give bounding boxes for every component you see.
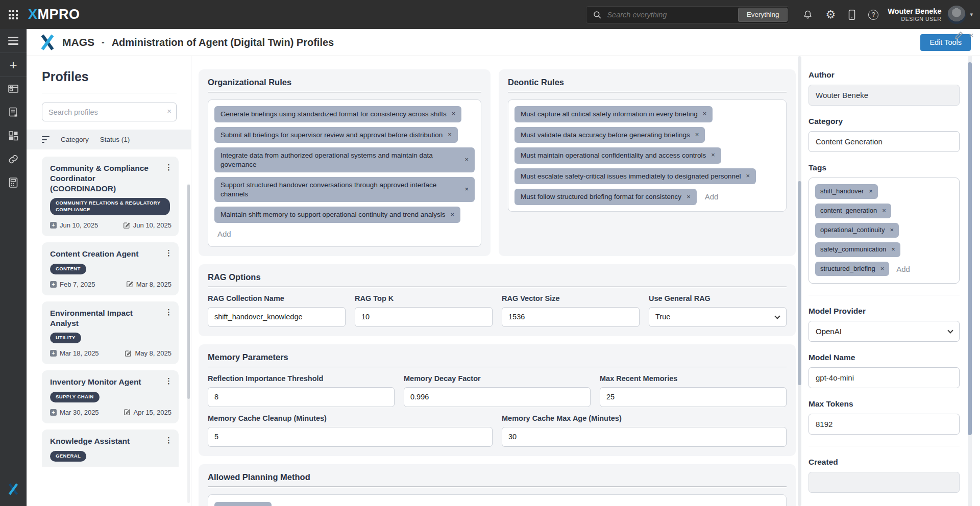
sidebar-menu-toggle[interactable] — [0, 29, 27, 53]
filter-status[interactable]: Status (1) — [100, 136, 130, 143]
sidebar-item-dashboards[interactable] — [0, 77, 27, 100]
edit-pencil-icon[interactable] — [953, 31, 964, 43]
sidebar-item-recommendations[interactable] — [0, 171, 27, 194]
rule-tag: Submit all briefings for supervisor revi… — [214, 127, 458, 143]
rag-top-k-label: RAG Top K — [355, 294, 493, 302]
remove-rule-icon[interactable]: × — [711, 151, 715, 160]
modified-pencil-icon — [126, 281, 133, 288]
main-content-scrollbar[interactable] — [798, 56, 801, 506]
card-kebab-menu-icon[interactable]: ⋮ — [165, 376, 173, 386]
user-menu-caret-icon[interactable]: ▾ — [970, 11, 973, 18]
card-kebab-menu-icon[interactable]: ⋮ — [165, 163, 173, 172]
xmpro-logo[interactable]: XMPRO — [28, 7, 80, 22]
add-tag[interactable]: Add — [893, 263, 913, 275]
sidebar-item-app-designer[interactable] — [0, 124, 27, 147]
created-plus-icon: + — [50, 222, 57, 229]
organizational-rules-section: Organizational Rules Generate briefings … — [199, 69, 491, 256]
user-menu[interactable]: Wouter Beneke DESIGN USER — [888, 7, 941, 22]
card-kebab-menu-icon[interactable]: ⋮ — [165, 248, 173, 258]
card-kebab-menu-icon[interactable]: ⋮ — [165, 436, 173, 445]
profile-card[interactable]: Knowledge Assistant ⋮ GENERAL +Mar 6, 20… — [42, 429, 179, 467]
remove-tag-icon[interactable]: × — [891, 245, 895, 254]
profile-card[interactable]: Inventory Monitor Agent ⋮ SUPPLY CHAIN +… — [42, 370, 179, 423]
add-organizational-rule[interactable]: Add — [214, 227, 234, 240]
sidebar-item-data-streams[interactable] — [0, 100, 27, 124]
remove-rule-icon[interactable]: × — [464, 156, 469, 164]
global-search-input[interactable] — [607, 11, 737, 19]
sidebar-item-integrations[interactable] — [0, 147, 27, 171]
user-avatar[interactable] — [947, 6, 966, 24]
remove-rule-icon[interactable]: × — [464, 185, 469, 194]
use-general-rag-label: Use General RAG — [649, 294, 787, 302]
memory-cache-max-age-input[interactable] — [502, 427, 787, 447]
tag: safety_communication× — [815, 242, 900, 257]
tag: shift_handover× — [815, 184, 878, 199]
filter-icon[interactable] — [42, 136, 50, 143]
profile-name: Environmental Impact Analyst — [50, 308, 172, 328]
rag-collection-name-input[interactable] — [208, 307, 346, 327]
apps-grid-icon[interactable] — [9, 10, 18, 19]
author-label: Author — [808, 70, 962, 80]
reflection-threshold-input[interactable] — [208, 387, 395, 407]
details-panel-scrollbar[interactable] — [968, 56, 972, 506]
memory-decay-factor-input[interactable] — [404, 387, 591, 407]
close-icon[interactable]: × — [969, 31, 974, 43]
created-date: +Mar 30, 2025 — [50, 409, 99, 416]
organizational-rules-box: Generate briefings using standardized fo… — [208, 99, 481, 247]
max-recent-memories-input[interactable] — [600, 387, 787, 407]
modified-pencil-icon — [123, 222, 130, 229]
rag-vector-size-input[interactable] — [502, 307, 640, 327]
remove-tag-icon[interactable]: × — [880, 265, 885, 273]
mobile-device-icon[interactable] — [848, 9, 856, 20]
profiles-list-scrollbar[interactable] — [187, 184, 190, 503]
help-icon[interactable]: ? — [868, 10, 878, 20]
remove-rule-icon[interactable]: × — [746, 172, 750, 181]
profile-card[interactable]: Community & Compliance Coordinator (COOR… — [42, 157, 179, 236]
author-input[interactable] — [808, 85, 960, 106]
x-logo-icon — [8, 483, 19, 495]
details-panel-scrollbar-thumb[interactable] — [968, 62, 972, 435]
rag-top-k-input[interactable] — [355, 307, 493, 327]
tag: content_generation× — [815, 204, 891, 218]
remove-rule-icon[interactable]: × — [695, 131, 699, 139]
add-planning-method[interactable]: Add — [277, 503, 297, 506]
remove-tag-icon[interactable]: × — [890, 226, 894, 235]
remove-tag-icon[interactable]: × — [869, 187, 873, 196]
profiles-list-scrollbar-thumb[interactable] — [187, 185, 190, 399]
use-general-rag-select[interactable]: True — [649, 307, 787, 327]
main-content-scrollbar-thumb[interactable] — [798, 181, 801, 385]
remove-tag-icon[interactable]: × — [882, 207, 886, 215]
model-provider-select[interactable]: OpenAI — [808, 321, 960, 342]
profile-card[interactable]: Environmental Impact Analyst ⋮ UTILITY +… — [42, 301, 179, 364]
notifications-bell-icon[interactable] — [802, 9, 813, 20]
dashboard-window-icon — [7, 83, 19, 95]
max-tokens-input[interactable] — [808, 414, 960, 435]
filter-category[interactable]: Category — [61, 136, 89, 143]
add-deontic-rule[interactable]: Add — [702, 190, 722, 203]
category-input[interactable] — [808, 131, 960, 152]
card-kebab-menu-icon[interactable]: ⋮ — [165, 308, 173, 317]
created-input[interactable] — [808, 472, 960, 493]
model-name-input[interactable] — [808, 367, 960, 388]
profile-name: Knowledge Assistant — [50, 436, 172, 446]
remove-rule-icon[interactable]: × — [703, 110, 707, 118]
sidebar-add-button[interactable]: + — [0, 53, 27, 77]
rule-tag: Generate briefings using standardized fo… — [214, 106, 461, 122]
memory-cache-cleanup-input[interactable] — [208, 427, 493, 447]
icon-sidebar: + — [0, 29, 27, 506]
created-label: Created — [808, 458, 962, 467]
settings-gear-icon[interactable]: ⚙ — [825, 9, 836, 20]
search-scope-button[interactable]: Everything — [738, 8, 788, 22]
clear-search-icon[interactable]: × — [167, 107, 172, 115]
remove-rule-icon[interactable]: × — [450, 211, 454, 219]
remove-rule-icon[interactable]: × — [452, 110, 456, 118]
title-dash: - — [102, 37, 105, 47]
remove-rule-icon[interactable]: × — [687, 193, 691, 201]
remove-rule-icon[interactable]: × — [448, 131, 452, 139]
memory-decay-factor-label: Memory Decay Factor — [404, 374, 591, 383]
search-profiles-input[interactable] — [42, 103, 177, 121]
memory-parameters-section: Memory Parameters Reflection Importance … — [199, 344, 796, 456]
profile-card[interactable]: Content Creation Agent ⋮ CONTENT +Feb 7,… — [42, 242, 179, 295]
created-date: +Jun 10, 2025 — [50, 221, 98, 229]
xmpro-logo-x: X — [28, 7, 38, 22]
